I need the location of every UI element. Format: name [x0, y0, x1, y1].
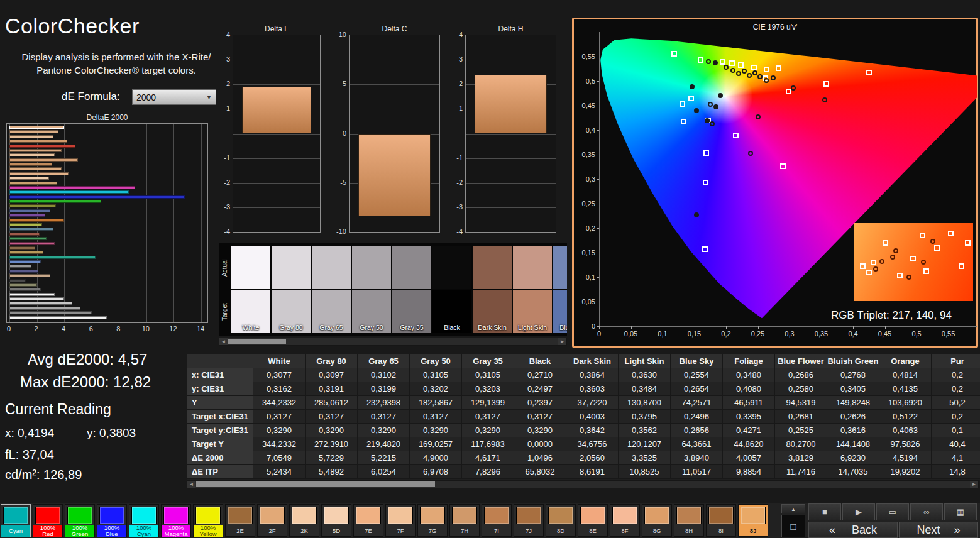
gridline: [233, 158, 320, 159]
patch-button-8i[interactable]: 8I: [706, 504, 736, 537]
step-button[interactable]: ▭: [876, 503, 909, 520]
loop-button[interactable]: ∞: [910, 503, 943, 520]
table-cell: 0,3105: [410, 368, 462, 382]
table-cell: 2,0560: [566, 451, 619, 465]
table-cell: 4,9000: [410, 451, 462, 465]
swatch-column: White: [231, 246, 270, 334]
pattern-button[interactable]: ▦: [944, 503, 977, 520]
axis-tick-label: 0,45: [878, 330, 891, 338]
de-formula-dropdown[interactable]: 2000 ▼: [132, 89, 216, 105]
table-cell: 0,3127: [462, 410, 514, 424]
patch-button-2e[interactable]: 2E: [225, 504, 255, 537]
table-cell: 0,4003: [566, 410, 619, 424]
patch-button-8j[interactable]: 8J: [738, 504, 768, 537]
patch-swatch: [228, 507, 253, 524]
patch-label: 100% Yellow: [194, 525, 223, 537]
patch-label: 100% Blue: [97, 525, 126, 537]
table-column-header: Gray 50: [410, 354, 462, 368]
deltae-bar: [9, 293, 55, 296]
patch-button-100-cyan[interactable]: 100% Cyan: [129, 504, 159, 537]
table-cell: 144,1408: [827, 437, 879, 451]
play-button[interactable]: ▶: [842, 503, 875, 520]
patch-button-8d[interactable]: 8D: [546, 504, 576, 537]
swatch-column: Gray 35: [392, 246, 431, 334]
table-cell: 0,2681: [775, 410, 827, 424]
table-row-label: ΔE 2000: [187, 451, 253, 465]
patch-button-100-red[interactable]: 100% Red: [33, 504, 63, 537]
patch-button-cyan[interactable]: Cyan: [1, 504, 31, 537]
patch-button-7e[interactable]: 7E: [353, 504, 383, 537]
deltae-bar: [9, 172, 69, 175]
table-cell: 0,3127: [514, 410, 566, 424]
collapse-button[interactable]: ▴: [781, 504, 805, 513]
tick-mark: [822, 326, 822, 329]
patch-swatch: [163, 507, 189, 524]
actual-target-swatch-strip: ActualTargetWhiteGray 80Gray 65Gray 50Gr…: [219, 243, 567, 336]
patch-button-100-blue[interactable]: 100% Blue: [97, 504, 127, 537]
axis-tick-label: -1: [446, 154, 463, 162]
table-row-label: ΔE ITP: [187, 465, 253, 479]
patch-button-100-green[interactable]: 100% Green: [65, 504, 95, 537]
swatch-column: Black: [432, 246, 471, 334]
next-button[interactable]: Next»: [899, 522, 978, 538]
table-cell: 0,3290: [306, 424, 358, 437]
tick-mark: [597, 179, 599, 180]
deltae-bar: [9, 223, 42, 226]
stop-button[interactable]: ■: [808, 503, 841, 520]
table-column-header: Pur: [932, 354, 980, 368]
deltae-bar: [9, 209, 50, 212]
patch-button-2f[interactable]: 2F: [257, 504, 287, 537]
stop-icon: ■: [822, 507, 827, 517]
patch-button-7j[interactable]: 7J: [514, 504, 544, 537]
scroll-left-arrow[interactable]: ◄: [187, 481, 195, 488]
scroll-thumb[interactable]: [228, 339, 286, 344]
scroll-thumb[interactable]: [196, 481, 435, 487]
patch-button-5d[interactable]: 5D: [321, 504, 351, 537]
target-marker: [703, 150, 709, 156]
patch-button-100-magenta[interactable]: 100% Magenta: [161, 504, 191, 537]
patch-button-8h[interactable]: 8H: [674, 504, 704, 537]
patch-button-7f[interactable]: 7F: [385, 504, 416, 537]
chart-plot: [465, 35, 556, 233]
current-fl-readout: fL: 37,04: [5, 447, 54, 462]
gridline: [173, 124, 174, 322]
scroll-right-arrow[interactable]: ►: [970, 481, 978, 488]
target-marker: [703, 180, 708, 185]
deltae-bar: [9, 214, 45, 217]
patch-button-8f[interactable]: 8F: [610, 504, 640, 537]
patch-button-8g[interactable]: 8G: [642, 504, 672, 537]
deltae-bar: [9, 140, 67, 143]
table-cell: 10,8525: [619, 465, 671, 479]
patch-button-8e[interactable]: 8E: [578, 504, 608, 537]
inset-target-marker: [883, 240, 888, 246]
table-cell: 4,1: [932, 451, 980, 465]
patch-button-7g[interactable]: 7G: [417, 504, 448, 537]
inset-measurement-marker: [906, 275, 911, 280]
target-marker: [776, 65, 781, 71]
patch-label: 7J: [514, 525, 543, 537]
axis-tick-label: -2: [446, 178, 463, 186]
table-cell: 0,3097: [306, 368, 358, 382]
patch-button-7h[interactable]: 7H: [449, 504, 480, 537]
table-cell: 285,0612: [306, 396, 358, 410]
patch-label: 8D: [546, 525, 575, 537]
target-marker: [733, 133, 739, 138]
table-scrollbar[interactable]: ◄►: [187, 480, 979, 488]
patch-button-2k[interactable]: 2K: [289, 504, 319, 537]
patch-button-100-yellow[interactable]: 100% Yellow: [193, 504, 223, 537]
deltae-bar: [9, 126, 64, 129]
scroll-left-arrow[interactable]: ◄: [219, 338, 228, 345]
target-marker: [720, 59, 725, 65]
patch-button-7i[interactable]: 7I: [482, 504, 512, 537]
target-marker: [823, 81, 829, 87]
patch-swatch: [420, 507, 445, 524]
table-cell: 0,2525: [775, 424, 827, 437]
strip-row-label-actual: Actual: [219, 246, 229, 289]
gridline: [466, 134, 556, 134]
swatch-strip-scrollbar[interactable]: ◄►: [219, 338, 567, 346]
scroll-right-arrow[interactable]: ►: [558, 338, 566, 345]
back-button[interactable]: «Back: [808, 522, 898, 538]
deltae-bar-chart: [6, 123, 208, 323]
tick-mark: [695, 326, 695, 329]
screen-square-button[interactable]: □: [781, 515, 805, 537]
